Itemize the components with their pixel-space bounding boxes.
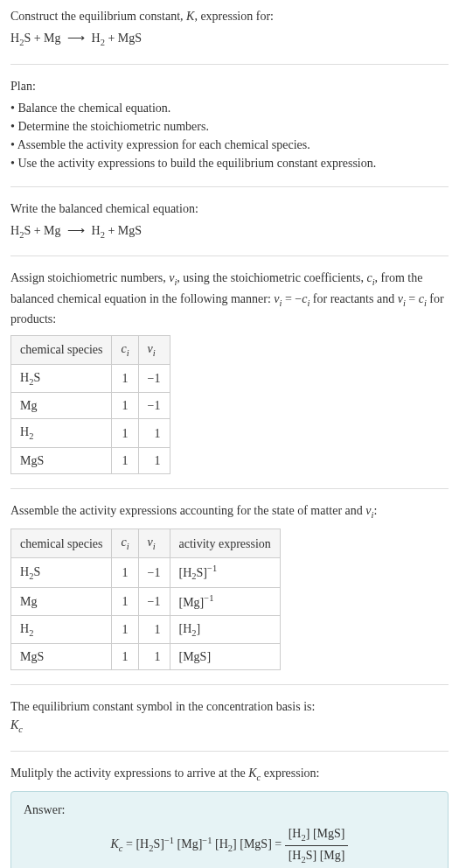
plan-item: • Determine the stoichiometric numbers. xyxy=(10,117,449,136)
cell-c: 1 xyxy=(112,419,138,448)
sub: 2 xyxy=(29,431,33,441)
nu-sub: i xyxy=(153,348,156,358)
col-species: chemical species xyxy=(11,336,112,365)
text: [Mg] xyxy=(179,596,205,609)
nu-sub: i xyxy=(153,542,156,551)
K-sub: c xyxy=(18,724,23,734)
divider xyxy=(10,256,449,256)
cell-species: H2 xyxy=(11,615,112,644)
text: S] xyxy=(197,566,207,579)
cell-c: 1 xyxy=(112,588,138,616)
text: = [H xyxy=(123,838,150,851)
text: [MgS] = xyxy=(237,838,285,851)
answer-box: Answer: Kc = [H2S]−1 [Mg]−1 [H2] [MgS] =… xyxy=(10,791,449,868)
text: [H xyxy=(179,566,192,579)
text: for reactants and xyxy=(309,292,397,305)
text: Assign stoichiometric numbers, xyxy=(10,271,169,284)
K: K xyxy=(248,766,256,780)
concbasis-section: The equilibrium constant symbol in the c… xyxy=(10,697,449,737)
c-sub: i xyxy=(127,542,129,551)
text: S] xyxy=(153,838,163,851)
text: = xyxy=(406,292,419,305)
cell-species: MgS xyxy=(11,644,112,670)
sup: −1 xyxy=(207,564,217,573)
table-row: MgS 1 1 [MgS] xyxy=(11,644,281,670)
intro-text: Construct the equilibrium constant, K, e… xyxy=(10,7,449,25)
fraction: [H2] [MgS][H2S] [Mg] xyxy=(285,824,349,866)
table-row: H2S 1 −1 [H2S]−1 xyxy=(11,557,281,587)
text: [H xyxy=(289,827,302,840)
table-row: MgS 1 1 xyxy=(11,447,170,473)
concbasis-symbol: Kc xyxy=(10,716,449,737)
stoich-section: Assign stoichiometric numbers, νi, using… xyxy=(10,269,449,474)
concbasis-text: The equilibrium constant symbol in the c… xyxy=(10,697,449,716)
text: expression: xyxy=(261,766,319,780)
answer-label: Answer: xyxy=(24,801,435,819)
text: S xyxy=(33,371,40,384)
eq-h: H xyxy=(10,224,19,237)
cell-nu: −1 xyxy=(138,364,170,393)
plan-title: Plan: xyxy=(10,77,449,95)
table-row: H2 1 1 xyxy=(11,419,170,448)
text: Mulitply the activity expressions to arr… xyxy=(10,766,248,780)
cell-nu: −1 xyxy=(138,393,170,419)
cell-species: H2S xyxy=(11,364,112,393)
cell-expr: [Mg]−1 xyxy=(170,588,280,616)
table-row: Mg 1 −1 xyxy=(11,393,170,419)
text: , using the stoichiometric coefficients, xyxy=(177,271,366,284)
col-c: ci xyxy=(112,336,138,365)
text: Assemble the activity expressions accoun… xyxy=(10,504,365,517)
text: H xyxy=(20,371,29,384)
divider xyxy=(10,488,449,489)
divider xyxy=(10,186,449,187)
c-sub: i xyxy=(127,348,129,358)
text: Mg xyxy=(20,399,37,412)
cell-nu: 1 xyxy=(138,644,170,670)
text: [H xyxy=(212,838,228,851)
table-row: H2S 1 −1 xyxy=(11,364,170,393)
cell-species: Mg xyxy=(11,588,112,616)
intro-K: K xyxy=(186,10,194,23)
multiply-text: Mulitply the activity expressions to arr… xyxy=(10,764,449,785)
balanced-title: Write the balanced chemical equation: xyxy=(10,200,449,218)
cell-expr: [MgS] xyxy=(170,644,280,670)
plan-bullets: • Balance the chemical equation. • Deter… xyxy=(10,99,449,172)
cell-nu: 1 xyxy=(138,419,170,448)
eq-lhs-rest: S + Mg xyxy=(24,224,60,237)
text: [MgS] xyxy=(179,650,212,663)
text: H xyxy=(20,425,29,438)
table-row: H2 1 1 [H2] xyxy=(11,615,281,644)
denominator: [H2S] [Mg] xyxy=(285,846,349,867)
cell-species: MgS xyxy=(11,447,112,473)
arrow-icon: ⟶ xyxy=(67,29,85,47)
plan-item: • Assemble the activity expression for e… xyxy=(10,136,449,154)
text: ] xyxy=(197,622,201,635)
eq-rhs-rest: + MgS xyxy=(105,224,142,237)
text: Mg xyxy=(20,595,37,608)
multiply-section: Mulitply the activity expressions to arr… xyxy=(10,764,449,868)
cell-expr: [H2S]−1 xyxy=(170,557,280,587)
text: ] [MgS] xyxy=(306,827,345,840)
sup: −1 xyxy=(202,836,212,845)
balanced-equation: H2S + Mg ⟶ H2 + MgS xyxy=(10,221,449,242)
intro-equation: H2S + Mg ⟶ H2 + MgS xyxy=(10,29,449,50)
activity-section: Assemble the activity expressions accoun… xyxy=(10,501,449,671)
answer-equation: Kc = [H2S]−1 [Mg]−1 [H2] [MgS] = [H2] [M… xyxy=(24,824,435,866)
eq-rhs-h: H xyxy=(92,224,101,237)
table-row: Mg 1 −1 [Mg]−1 xyxy=(11,588,281,616)
cell-species: H2S xyxy=(11,557,112,587)
cell-nu: −1 xyxy=(138,557,170,587)
col-nu: νi xyxy=(138,336,170,365)
plan-section: Plan: • Balance the chemical equation. •… xyxy=(10,77,449,172)
K: K xyxy=(10,718,18,732)
sup: −1 xyxy=(164,836,174,845)
text: MgS xyxy=(20,650,44,663)
activity-text: Assemble the activity expressions accoun… xyxy=(10,501,449,522)
numerator: [H2] [MgS] xyxy=(285,824,349,846)
eq-rhs-rest: + MgS xyxy=(105,32,142,45)
text: = − xyxy=(282,292,302,305)
intro-section: Construct the equilibrium constant, K, e… xyxy=(10,7,449,50)
intro-prefix: Construct the equilibrium constant, xyxy=(10,10,186,23)
cell-c: 1 xyxy=(112,364,138,393)
eq-h: H xyxy=(10,32,19,45)
